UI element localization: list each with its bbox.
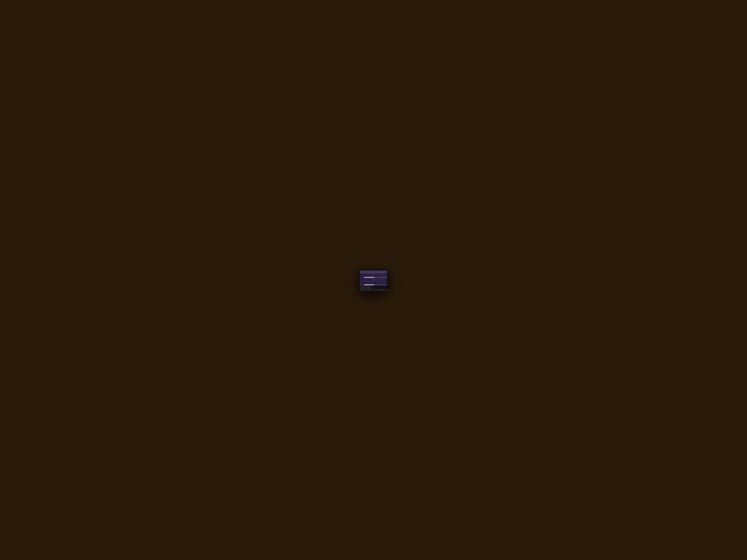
judder-reduction-slider[interactable] — [364, 285, 387, 285]
tv-neck — [360, 286, 371, 289]
judder-reduction-label: Judder Reduction — [360, 283, 362, 286]
settings-overlay: Game Motion Plus Settings Game Motion Pl… — [360, 271, 387, 286]
blur-reduction-slider[interactable] — [364, 277, 387, 277]
blur-reduction-row: Blur Reduction 0 — [360, 274, 387, 281]
tv-base — [360, 289, 390, 291]
blur-reduction-label: Blur Reduction — [360, 276, 362, 279]
blur-reduction-track — [364, 277, 387, 277]
judder-reduction-row: Judder Reduction 0 — [360, 281, 387, 286]
blur-reduction-fill — [364, 277, 375, 277]
tv-screen: 1/10 PLAYERS NEEDED TO START ROUND ⊞ 0/1… — [360, 271, 387, 286]
judder-reduction-track — [364, 285, 387, 285]
judder-reduction-fill — [364, 285, 375, 285]
settings-panel: Game Motion Plus Settings Game Motion Pl… — [360, 271, 387, 286]
tv-frame: 1/10 PLAYERS NEEDED TO START ROUND ⊞ 0/1… — [359, 269, 388, 291]
game-motion-plus-row[interactable]: Game Motion Plus — [360, 271, 387, 273]
